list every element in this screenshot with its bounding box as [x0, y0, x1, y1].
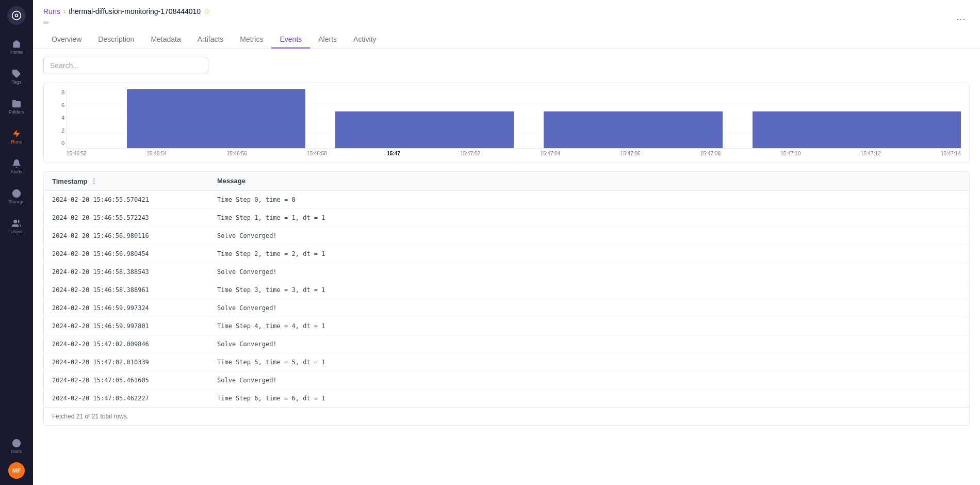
chart-x-labels: 15:46:52 15:46:54 15:46:56 15:46:58 15:4… [67, 151, 961, 156]
x-label-11: 15:47:14 [941, 151, 961, 156]
x-label-2: 15:46:56 [227, 151, 247, 156]
x-label-3: 15:46:58 [307, 151, 327, 156]
table-row: 2024-02-20 15:47:05.462227 Time Step 6, … [44, 390, 969, 407]
column-menu-icon[interactable]: ⋮ [90, 177, 97, 185]
sidebar-item-tags[interactable]: Tags [3, 63, 30, 91]
chart-bar-5 [424, 111, 514, 148]
table-row: 2024-02-20 15:46:59.997324 Solve Converg… [44, 299, 969, 317]
breadcrumb: Runs › thermal-diffusion-monitoring-1708… [43, 7, 210, 15]
cell-message-5: Time Step 3, time = 3, dt = 1 [209, 286, 969, 294]
chart-bar-8 [633, 111, 723, 148]
cell-message-11: Time Step 6, time = 6, dt = 1 [209, 395, 969, 402]
main-content: Runs › thermal-diffusion-monitoring-1708… [33, 0, 980, 485]
events-chart: 8 6 4 2 0 [43, 83, 970, 163]
sidebar-item-runs[interactable]: Runs [3, 123, 30, 151]
table-row: 2024-02-20 15:46:58.388961 Time Step 3, … [44, 281, 969, 299]
tab-artifacts[interactable]: Artifacts [189, 31, 232, 48]
table-row: 2024-02-20 15:46:55.572243 Time Step 1, … [44, 209, 969, 227]
cell-timestamp-0: 2024-02-20 15:46:55.570421 [44, 196, 209, 203]
more-options-button[interactable]: ⋯ [952, 11, 970, 27]
tab-metrics[interactable]: Metrics [232, 31, 271, 48]
y-label-4: 4 [61, 115, 64, 121]
cell-message-0: Time Step 0, time = 0 [209, 196, 969, 203]
cell-timestamp-3: 2024-02-20 15:46:56.980454 [44, 250, 209, 257]
sidebar-item-runs-label: Runs [11, 139, 22, 144]
sidebar-item-storage[interactable]: Storage [3, 183, 30, 211]
cell-timestamp-8: 2024-02-20 15:47:02.009846 [44, 341, 209, 348]
table-header: Timestamp ⋮ Message [44, 172, 969, 191]
table-row: 2024-02-20 15:47:05.461605 Solve Converg… [44, 371, 969, 390]
app-logo[interactable] [7, 6, 26, 25]
sidebar-item-alerts-label: Alerts [10, 169, 22, 174]
cell-timestamp-4: 2024-02-20 15:46:58.388543 [44, 268, 209, 276]
events-table: Timestamp ⋮ Message 2024-02-20 15:46:55.… [43, 171, 970, 426]
search-input[interactable] [43, 57, 208, 74]
chart-bar-1 [127, 89, 216, 148]
table-row: 2024-02-20 15:46:59.997801 Time Step 4, … [44, 317, 969, 335]
tab-activity[interactable]: Activity [345, 31, 384, 48]
breadcrumb-runs-link[interactable]: Runs [43, 7, 60, 15]
sidebar-item-users-label: Users [10, 229, 23, 234]
sidebar: Home Tags Folders Runs Alerts Storage Us… [0, 0, 33, 485]
tab-events[interactable]: Events [271, 31, 310, 48]
table-row: 2024-02-20 15:46:58.388543 Solve Converg… [44, 263, 969, 281]
cell-message-3: Time Step 2, time = 2, dt = 1 [209, 250, 969, 257]
chart-bars [67, 89, 961, 148]
svg-point-1 [15, 14, 18, 17]
cell-message-10: Solve Converged! [209, 377, 969, 384]
x-label-7: 15:47:06 [620, 151, 641, 156]
cell-message-2: Solve Converged! [209, 232, 969, 239]
chart-bar-10 [753, 111, 842, 148]
tab-description[interactable]: Description [90, 31, 142, 48]
chart-bar-4 [335, 111, 424, 148]
table-row: 2024-02-20 15:46:56.980454 Time Step 2, … [44, 245, 969, 263]
cell-timestamp-11: 2024-02-20 15:47:05.462227 [44, 395, 209, 402]
favorite-icon[interactable]: ☆ [204, 7, 210, 15]
th-timestamp: Timestamp ⋮ [44, 177, 209, 185]
x-label-6: 15:47:04 [540, 151, 560, 156]
cell-timestamp-6: 2024-02-20 15:46:59.997324 [44, 304, 209, 312]
chart-bar-11 [842, 111, 961, 148]
cell-message-6: Solve Converged! [209, 304, 969, 312]
x-label-10: 15:47:12 [861, 151, 881, 156]
tab-alerts[interactable]: Alerts [310, 31, 345, 48]
chart-bar-7 [544, 111, 633, 148]
sidebar-item-docs[interactable]: Docs [3, 432, 30, 460]
x-label-8: 15:47:08 [700, 151, 721, 156]
y-label-8: 8 [61, 89, 64, 95]
x-label-5: 15:47:02 [460, 151, 480, 156]
x-label-9: 15:47:10 [780, 151, 801, 156]
table-footer: Fetched 21 of 21 total rows. [44, 407, 969, 425]
x-label-1: 15:46:54 [146, 151, 167, 156]
y-label-6: 6 [61, 102, 64, 108]
sidebar-item-tags-label: Tags [11, 79, 21, 85]
cell-timestamp-7: 2024-02-20 15:46:59.997801 [44, 322, 209, 330]
avatar[interactable]: MF [8, 462, 25, 479]
sidebar-item-folders-label: Folders [9, 109, 24, 115]
table-row: 2024-02-20 15:47:02.010339 Time Step 5, … [44, 353, 969, 371]
cell-timestamp-5: 2024-02-20 15:46:58.388961 [44, 286, 209, 294]
tab-metadata[interactable]: Metadata [142, 31, 189, 48]
sidebar-item-users[interactable]: Users [3, 213, 30, 240]
tab-bar: Overview Description Metadata Artifacts … [43, 31, 970, 48]
page-header: Runs › thermal-diffusion-monitoring-1708… [33, 0, 980, 48]
chart-bar-2 [216, 89, 305, 148]
sidebar-item-docs-label: Docs [11, 449, 22, 454]
cell-timestamp-1: 2024-02-20 15:46:55.572243 [44, 214, 209, 221]
edit-icon[interactable]: ✏ [43, 19, 210, 27]
sidebar-item-home[interactable]: Home [3, 33, 30, 61]
run-name: thermal-diffusion-monitoring-1708444010 [69, 7, 201, 15]
tab-overview[interactable]: Overview [43, 31, 90, 48]
sidebar-item-folders[interactable]: Folders [3, 93, 30, 121]
sidebar-item-home-label: Home [10, 50, 23, 55]
table-row: 2024-02-20 15:47:02.009846 Solve Converg… [44, 335, 969, 353]
events-content: 8 6 4 2 0 [33, 48, 980, 485]
sidebar-item-alerts[interactable]: Alerts [3, 153, 30, 181]
cell-message-7: Time Step 4, time = 4, dt = 1 [209, 322, 969, 330]
svg-point-0 [12, 11, 21, 20]
cell-timestamp-10: 2024-02-20 15:47:05.461605 [44, 377, 209, 384]
cell-message-4: Solve Converged! [209, 268, 969, 276]
breadcrumb-separator: › [63, 7, 66, 15]
table-body: 2024-02-20 15:46:55.570421 Time Step 0, … [44, 191, 969, 407]
cell-timestamp-2: 2024-02-20 15:46:56.980116 [44, 232, 209, 239]
